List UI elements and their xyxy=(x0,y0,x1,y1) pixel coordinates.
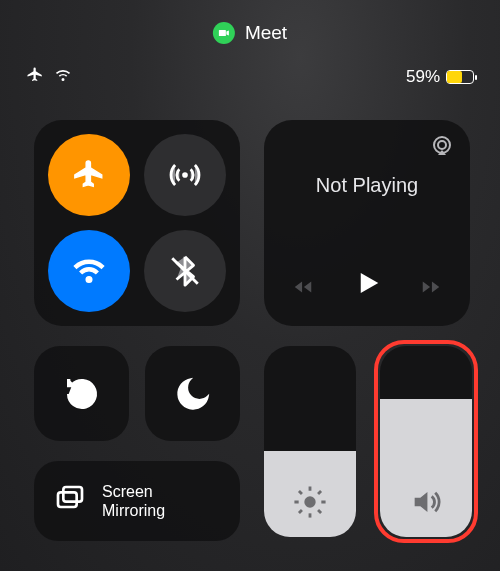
screen-mirroring-button[interactable]: ScreenMirroring xyxy=(34,461,240,541)
svg-point-5 xyxy=(304,496,315,507)
screen-mirroring-icon xyxy=(54,483,86,519)
airplay-icon[interactable] xyxy=(430,134,454,162)
do-not-disturb-toggle[interactable] xyxy=(145,346,240,441)
wifi-status-icon xyxy=(54,66,72,88)
connectivity-tile xyxy=(34,120,240,326)
battery-icon xyxy=(446,70,474,84)
svg-line-13 xyxy=(318,491,321,494)
rotation-lock-toggle[interactable] xyxy=(34,346,129,441)
volume-icon xyxy=(409,485,443,523)
airplane-mode-toggle[interactable] xyxy=(48,134,130,216)
forward-button[interactable] xyxy=(420,276,442,302)
status-bar: 59% xyxy=(0,66,500,88)
svg-rect-4 xyxy=(77,390,85,398)
battery-percent-label: 59% xyxy=(406,67,440,87)
svg-line-10 xyxy=(299,491,302,494)
svg-line-12 xyxy=(299,510,302,513)
svg-point-0 xyxy=(182,172,188,178)
airplane-mode-icon xyxy=(26,66,44,88)
screen-mirroring-label: ScreenMirroring xyxy=(102,482,165,520)
brightness-icon xyxy=(293,485,327,523)
media-title: Not Playing xyxy=(284,174,450,197)
bluetooth-toggle[interactable] xyxy=(144,230,226,312)
svg-line-11 xyxy=(318,510,321,513)
camera-active-icon xyxy=(213,22,235,44)
rewind-button[interactable] xyxy=(292,276,314,302)
svg-rect-15 xyxy=(63,487,82,502)
brightness-slider[interactable] xyxy=(264,346,356,537)
active-app-pill[interactable]: Meet xyxy=(213,22,287,44)
cellular-data-toggle[interactable] xyxy=(144,134,226,216)
wifi-toggle[interactable] xyxy=(48,230,130,312)
svg-point-3 xyxy=(438,141,446,149)
active-app-name: Meet xyxy=(245,22,287,44)
svg-rect-14 xyxy=(58,492,77,507)
play-button[interactable] xyxy=(352,268,382,302)
media-tile[interactable]: Not Playing xyxy=(264,120,470,326)
volume-slider[interactable] xyxy=(380,346,472,537)
